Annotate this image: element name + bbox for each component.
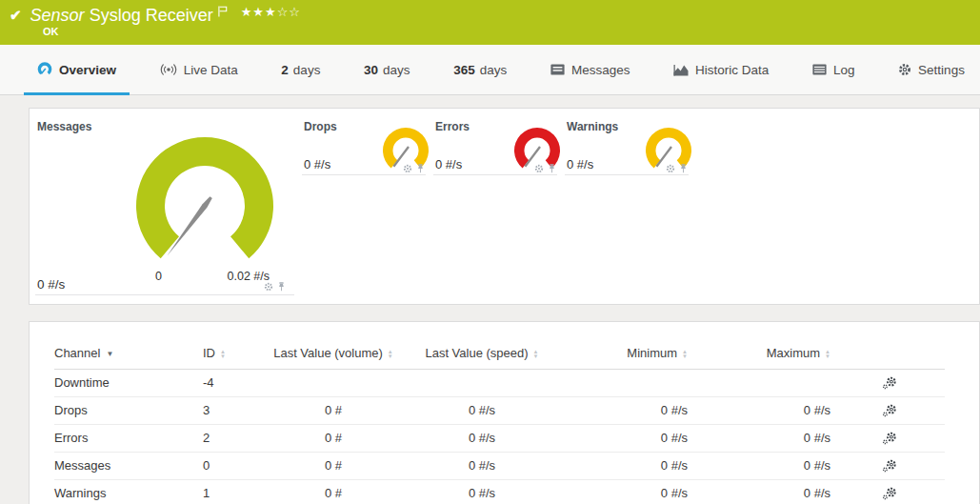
tab-historic-data[interactable]: Historic Data [660,45,782,94]
channel-id: -4 [197,370,257,397]
channel-id: 0 [197,453,257,480]
channel-id: 1 [197,480,257,504]
tab-label: days [293,63,321,77]
pin-icon[interactable] [548,164,556,173]
tab-label: Settings [918,63,965,77]
tab-number: 365 [453,63,475,77]
status-badge: OK [43,26,59,37]
stars-filled[interactable]: ★★★ [241,5,277,19]
channel-name: Drops [54,397,197,425]
sensor-name: Syslog Receiver [90,6,213,25]
messages-gauge [133,136,276,279]
page-title: Sensor Syslog Receiver [30,4,213,27]
gear-icon[interactable] [666,164,675,173]
maximum-value [688,370,830,397]
gear-icon[interactable] [264,282,273,292]
priority-stars[interactable]: ★★★☆☆ [241,5,301,19]
minimum-value: 0 #/s [554,480,688,504]
column-header-id[interactable]: ID▲▼ [197,346,257,370]
last-value-volume [257,370,410,397]
status-check-icon: ✔ [10,7,22,24]
tab-label: days [383,63,410,77]
gauge-label: Drops [304,120,337,133]
tab-label: Live Data [184,63,238,77]
channel-name: Messages [54,453,197,480]
channel-settings-icon[interactable] [882,459,897,473]
tab-365-days[interactable]: 365 days [440,45,520,94]
table-row-warnings[interactable]: Warnings 1 0 # 0 #/s 0 #/s 0 #/s [54,480,945,504]
tab-live-data[interactable]: Live Data [147,45,251,94]
gauge-controls [534,164,556,173]
table-row-messages[interactable]: Messages 0 0 # 0 #/s 0 #/s 0 #/s [54,453,945,480]
tab-messages[interactable]: Messages [537,45,644,94]
gauge-label: Errors [435,120,470,133]
column-header-maximum[interactable]: Maximum▲▼ [688,346,830,370]
gauge-needle [167,196,212,255]
minimum-value: 0 #/s [554,397,688,425]
last-value-volume: 0 # [257,453,410,480]
table-row-drops[interactable]: Drops 3 0 # 0 #/s 0 #/s 0 #/s [54,397,945,425]
last-value-volume: 0 # [257,397,410,425]
gauge-cell-messages: Messages 0 0.02 #/s 0 #/s [35,119,294,295]
active-tab-underline [24,92,130,95]
tab-2-days[interactable]: 2 days [268,45,333,94]
column-header-minimum[interactable]: Minimum▲▼ [554,346,688,370]
gear-icon[interactable] [534,164,544,173]
tab-bar: Overview Live Data 2 days 30 days 365 da… [0,45,980,95]
channel-id: 3 [197,397,257,425]
tab-number: 30 [364,63,378,77]
pin-icon[interactable] [679,164,688,173]
last-value-speed [410,370,554,397]
pin-icon[interactable] [416,164,425,173]
channels-panel: Channel▼ ID▲▼ Last Value (volume)▲▼ Last… [29,321,980,504]
sort-icon: ▲▼ [682,350,688,358]
gauge-controls [264,282,286,292]
priority-flag-icon[interactable] [218,4,228,21]
tab-log[interactable]: Log [799,45,869,94]
minimum-value: 0 #/s [554,453,688,480]
live-data-icon [160,63,177,76]
tab-settings[interactable]: Settings [885,45,978,94]
sort-icon: ▲▼ [825,350,830,358]
maximum-value: 0 #/s [688,397,830,425]
column-header-actions [830,346,945,370]
table-row-downtime[interactable]: Downtime -4 [54,370,945,397]
gauge-cell-errors: Errors 0 #/s [433,119,557,175]
gauge-value: 0 #/s [435,157,462,171]
gear-icon[interactable] [403,164,412,173]
column-header-channel[interactable]: Channel▼ [54,346,197,370]
messages-icon [550,64,565,75]
tab-number: 2 [281,63,289,77]
log-icon [812,64,827,75]
channels-table: Channel▼ ID▲▼ Last Value (volume)▲▼ Last… [54,346,945,504]
channel-settings-icon[interactable] [882,404,897,417]
maximum-value: 0 #/s [688,425,830,453]
maximum-value: 0 #/s [688,480,830,504]
column-header-last-value-volume[interactable]: Last Value (volume)▲▼ [257,346,410,370]
gauge-value: 0 #/s [304,157,330,171]
gauge-cell-warnings: Warnings 0 #/s [565,119,689,175]
gauge-icon [37,62,52,77]
gauge-controls [666,164,688,173]
sensor-title-row: ✔ Sensor Syslog Receiver ★★★☆☆ [10,4,301,27]
gauge-controls [403,164,425,173]
minimum-value [554,370,688,397]
settings-gear-icon [898,63,911,76]
table-row-errors[interactable]: Errors 2 0 # 0 #/s 0 #/s 0 #/s [54,425,945,453]
channel-settings-icon[interactable] [882,487,897,500]
sensor-header: ✔ Sensor Syslog Receiver ★★★☆☆ OK [0,0,980,45]
stars-empty[interactable]: ☆☆ [277,5,301,19]
pin-icon[interactable] [277,282,286,292]
last-value-speed: 0 #/s [410,425,554,453]
tab-label: Log [833,63,855,77]
last-value-volume: 0 # [257,480,410,504]
tab-overview[interactable]: Overview [24,45,130,94]
channel-name: Errors [54,425,197,453]
tab-30-days[interactable]: 30 days [350,45,424,94]
channel-settings-icon[interactable] [882,432,897,445]
tab-label: Historic Data [695,63,769,77]
channel-settings-icon[interactable] [882,376,897,390]
tab-label: Overview [59,63,116,77]
maximum-value: 0 #/s [688,453,830,480]
column-header-last-value-speed[interactable]: Last Value (speed)▲▼ [410,346,554,370]
